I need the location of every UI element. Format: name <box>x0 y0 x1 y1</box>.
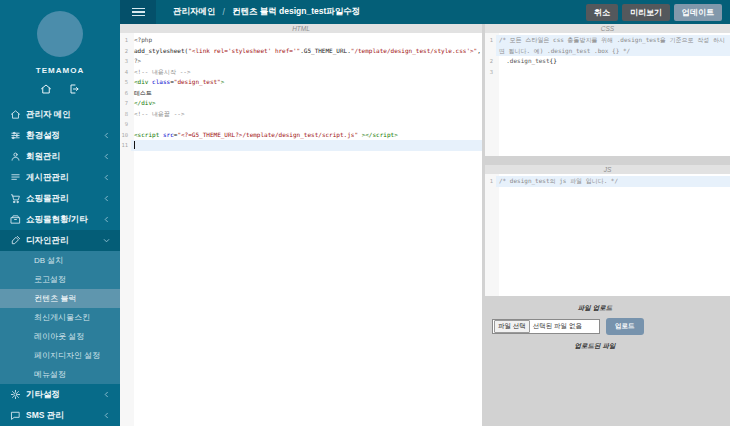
sidebar-subitem[interactable]: 최신게시물스킨 <box>0 308 120 327</box>
upload-section: 파일 업로드 파일 선택 선택된 파일 없음 업로드 업로드된 파일 <box>485 296 730 426</box>
board-icon <box>10 172 26 183</box>
sidebar-item-shop-status[interactable]: 쇼핑몰현황/기타 <box>0 209 120 230</box>
cancel-button[interactable]: 취소 <box>586 4 618 21</box>
file-input[interactable]: 파일 선택 선택된 파일 없음 <box>492 319 600 334</box>
sidebar-item-sms[interactable]: SMS 관리 <box>0 405 120 426</box>
line-number: 3 <box>485 67 496 78</box>
hamburger-menu-icon[interactable] <box>120 0 156 24</box>
breadcrumb-separator: / <box>223 7 225 17</box>
js-pane-title: JS <box>485 165 730 174</box>
chevron-left-icon <box>102 390 111 399</box>
sidebar-menu: 관리자 메인환경설정회원관리게시판관리쇼핑몰관리쇼핑몰현황/기타디자인관리DB … <box>0 104 120 426</box>
chevron-left-icon <box>102 215 111 224</box>
line-number: 10 <box>120 130 131 141</box>
code-line: 2 .design_test{} <box>485 56 730 67</box>
profile-section: TEMAMOA <box>0 0 120 95</box>
line-number: 4 <box>120 67 131 78</box>
sidebar-subitem-active[interactable]: 컨텐츠 블럭 <box>0 289 120 308</box>
chevron-left-icon <box>102 152 111 161</box>
page-title: 컨텐츠 블럭 design_test파일수정 <box>232 6 360 18</box>
line-number: 7 <box>120 98 131 109</box>
line-number: 3 <box>120 56 131 67</box>
sidebar-item-design[interactable]: 디자인관리 <box>0 230 120 251</box>
selected-file-label: 선택된 파일 없음 <box>530 322 582 331</box>
text-cursor <box>134 141 135 149</box>
sidebar-item-label: 관리자 메인 <box>26 109 111 121</box>
update-button[interactable]: 업데이트 <box>674 4 722 21</box>
preview-button[interactable]: 미리보기 <box>622 4 670 21</box>
sidebar: TEMAMOA 관리자 메인환경설정회원관리게시판관리쇼핑몰관리쇼핑몰현황/기타… <box>0 0 120 426</box>
logout-icon[interactable] <box>68 83 80 95</box>
sidebar-item-admin-main[interactable]: 관리자 메인 <box>0 104 120 125</box>
line-number: 11 <box>120 140 131 151</box>
sidebar-item-label: 쇼핑몰현황/기타 <box>26 214 102 226</box>
line-number: 1 <box>485 35 496 56</box>
js-editor-pane: JS 1/* design_test의 js 파일 입니다. */ <box>485 165 730 296</box>
sidebar-item-label: 게시판관리 <box>26 172 102 184</box>
code-line: 1/* design_test의 js 파일 입니다. */ <box>485 176 730 187</box>
line-number: 6 <box>120 88 131 99</box>
chevron-left-icon <box>102 411 111 420</box>
code-line: 1<?php <box>120 35 482 46</box>
home-icon[interactable] <box>40 83 52 95</box>
sidebar-subitem[interactable]: 페이지디자인 설정 <box>0 346 120 365</box>
code-line: 7</div> <box>120 98 482 109</box>
breadcrumb: 관리자메인 / 컨텐츠 블럭 design_test파일수정 <box>173 6 360 18</box>
sidebar-item-boards[interactable]: 게시판관리 <box>0 167 120 188</box>
sidebar-subitem[interactable]: 로고설정 <box>0 270 120 289</box>
sidebar-item-label: 기타설정 <box>26 389 102 401</box>
sidebar-item-shop[interactable]: 쇼핑몰관리 <box>0 188 120 209</box>
html-code-editor[interactable]: 1<?php2add_stylesheet("<link rel='styles… <box>120 33 482 426</box>
sidebar-item-label: 디자인관리 <box>26 235 102 247</box>
upload-button[interactable]: 업로드 <box>606 318 644 335</box>
sidebar-subitem[interactable]: DB 설치 <box>0 251 120 270</box>
uploaded-files-title: 업로드된 파일 <box>485 342 705 351</box>
upload-title: 파일 업로드 <box>485 304 705 313</box>
css-editor-pane: CSS 1/* 모든 스타일은 css 충돌방지를 위해 .design_tes… <box>485 24 730 156</box>
line-number: 8 <box>120 109 131 120</box>
sidebar-item-label: 환경설정 <box>26 130 102 142</box>
code-line: 11 <box>120 140 482 151</box>
code-line: 8<!-- 내용끝 --> <box>120 109 482 120</box>
main-content: HTML 1<?php2add_stylesheet("<link rel='s… <box>120 24 730 426</box>
choose-file-button[interactable]: 파일 선택 <box>494 320 530 333</box>
chevron-down-icon <box>102 236 111 245</box>
code-line: 9 <box>120 119 482 130</box>
sidebar-subitem[interactable]: 레이아웃 설정 <box>0 327 120 346</box>
cart-icon <box>10 193 26 204</box>
home-icon <box>10 109 26 120</box>
code-line: 4<!-- 내용시작 --> <box>120 67 482 78</box>
code-line: 3 <box>485 67 730 78</box>
sliders-icon <box>10 130 26 141</box>
html-pane-title: HTML <box>120 24 482 33</box>
js-code-editor[interactable]: 1/* design_test의 js 파일 입니다. */ <box>485 174 730 296</box>
sidebar-item-config[interactable]: 환경설정 <box>0 125 120 146</box>
line-number: 2 <box>120 46 131 57</box>
users-icon <box>10 151 26 162</box>
code-line: 2add_stylesheet("<link rel='stylesheet' … <box>120 46 482 57</box>
sidebar-item-label: 회원관리 <box>26 151 102 163</box>
sidebar-item-etc-settings[interactable]: 기타설정 <box>0 384 120 405</box>
code-line: 6테스트 <box>120 88 482 99</box>
line-number: 2 <box>485 56 496 67</box>
code-line: 3?> <box>120 56 482 67</box>
chevron-left-icon <box>102 131 111 140</box>
chevron-left-icon <box>102 194 111 203</box>
css-code-editor[interactable]: 1/* 모든 스타일은 css 충돌방지를 위해 .design_test을 기… <box>485 33 730 156</box>
code-line: 1/* 모든 스타일은 css 충돌방지를 위해 .design_test을 기… <box>485 35 730 56</box>
sidebar-item-members[interactable]: 회원관리 <box>0 146 120 167</box>
chevron-left-icon <box>102 173 111 182</box>
sidebar-subitem[interactable]: 메뉴설정 <box>0 365 120 384</box>
line-number: 5 <box>120 77 131 88</box>
breadcrumb-section[interactable]: 관리자메인 <box>173 6 216 18</box>
avatar <box>37 11 83 57</box>
html-editor-pane: HTML 1<?php2add_stylesheet("<link rel='s… <box>120 24 482 426</box>
gear-icon <box>10 389 26 400</box>
code-line: 10<script src="<?=G5_THEME_URL?>/templat… <box>120 130 482 141</box>
design-icon <box>10 235 26 246</box>
line-number: 1 <box>485 176 496 187</box>
sidebar-item-label: 쇼핑몰관리 <box>26 193 102 205</box>
line-number: 1 <box>120 35 131 46</box>
code-line: 5<div class="design_test"> <box>120 77 482 88</box>
username: TEMAMOA <box>0 66 120 75</box>
